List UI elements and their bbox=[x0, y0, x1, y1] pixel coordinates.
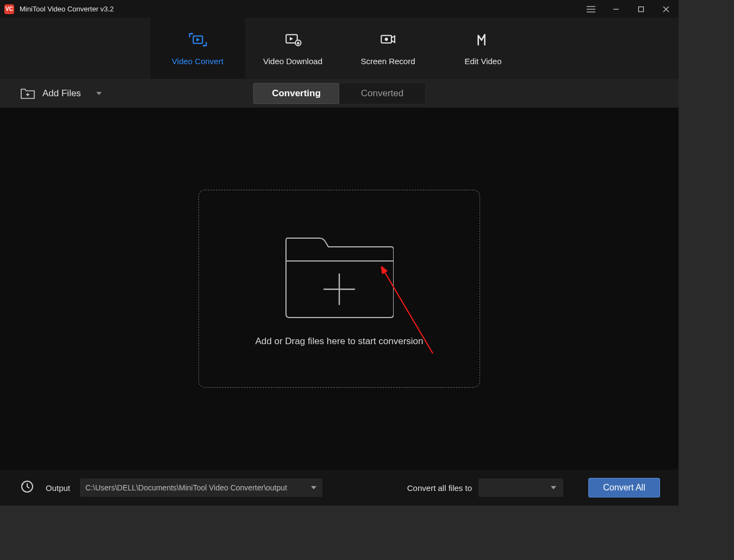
output-path-dropdown[interactable]: C:\Users\DELL\Documents\MiniTool Video C… bbox=[80, 478, 322, 497]
toolbar: Add Files Converting Converted bbox=[0, 79, 679, 108]
convert-all-button[interactable]: Convert All bbox=[588, 478, 660, 497]
svg-marker-9 bbox=[191, 32, 193, 35]
video-download-icon bbox=[284, 32, 302, 48]
status-segment: Converting Converted bbox=[253, 83, 426, 104]
output-format-dropdown[interactable] bbox=[478, 478, 563, 497]
maximize-button[interactable] bbox=[629, 0, 654, 18]
add-files-button[interactable]: Add Files bbox=[0, 88, 103, 99]
tab-video-download[interactable]: Video Download bbox=[245, 18, 340, 79]
bottom-bar: Output C:\Users\DELL\Documents\MiniTool … bbox=[0, 470, 679, 506]
close-button[interactable] bbox=[654, 0, 679, 18]
edit-video-icon bbox=[474, 32, 493, 48]
nav-label: Screen Record bbox=[360, 57, 415, 66]
tab-converting[interactable]: Converting bbox=[253, 83, 339, 104]
add-files-label: Add Files bbox=[42, 88, 81, 99]
output-label: Output bbox=[46, 483, 70, 493]
svg-marker-25 bbox=[551, 486, 556, 489]
svg-marker-24 bbox=[311, 486, 316, 489]
svg-rect-4 bbox=[639, 7, 644, 11]
window-title: MiniTool Video Converter v3.2 bbox=[20, 5, 114, 13]
nav-label: Video Convert bbox=[172, 57, 223, 66]
convert-all-to-label: Convert all files to bbox=[407, 483, 472, 493]
nav-label: Edit Video bbox=[464, 57, 501, 66]
video-convert-icon bbox=[189, 32, 207, 48]
tab-edit-video[interactable]: Edit Video bbox=[436, 18, 531, 79]
svg-marker-8 bbox=[196, 38, 200, 41]
drop-zone-text: Add or Drag files here to start conversi… bbox=[256, 336, 424, 347]
chevron-down-icon bbox=[310, 484, 317, 491]
svg-point-15 bbox=[384, 38, 388, 41]
svg-marker-10 bbox=[202, 44, 204, 47]
svg-marker-12 bbox=[290, 36, 293, 40]
svg-marker-18 bbox=[96, 92, 102, 95]
folder-plus-icon bbox=[285, 231, 394, 319]
output-path-value: C:\Users\DELL\Documents\MiniTool Video C… bbox=[85, 483, 306, 492]
tab-video-convert[interactable]: Video Convert bbox=[150, 18, 245, 79]
chevron-down-icon bbox=[550, 484, 557, 491]
app-logo-icon: VC bbox=[4, 4, 14, 14]
chevron-down-icon bbox=[95, 90, 103, 97]
screen-record-icon bbox=[379, 32, 397, 48]
add-folder-icon bbox=[21, 88, 35, 99]
nav-label: Video Download bbox=[263, 57, 322, 66]
drop-zone[interactable]: Add or Drag files here to start conversi… bbox=[198, 190, 480, 388]
hamburger-menu-button[interactable] bbox=[579, 0, 604, 18]
main-area: Add or Drag files here to start conversi… bbox=[0, 108, 679, 470]
minimize-button[interactable] bbox=[604, 0, 629, 18]
tab-converted[interactable]: Converted bbox=[339, 83, 425, 104]
history-button[interactable] bbox=[21, 480, 34, 495]
main-nav: Video Convert Video Download bbox=[0, 18, 679, 79]
title-bar: VC MiniTool Video Converter v3.2 bbox=[0, 0, 679, 18]
tab-screen-record[interactable]: Screen Record bbox=[340, 18, 436, 79]
